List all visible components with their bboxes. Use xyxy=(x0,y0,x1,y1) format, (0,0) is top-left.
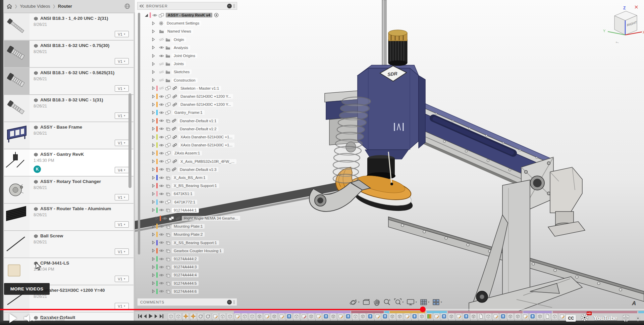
expand-arrow-icon[interactable] xyxy=(152,257,155,261)
timeline-feature-green-icon[interactable] xyxy=(426,313,432,319)
expand-arrow-icon[interactable] xyxy=(152,119,155,123)
timeline-feature-sketch-icon[interactable] xyxy=(492,313,499,319)
grid-caret-icon[interactable]: ▾ xyxy=(428,301,430,304)
tree-row-91274a444-3[interactable]: 91274A444:3 xyxy=(152,263,199,271)
tree-row-91274a444-4[interactable]: 91274A444:4 xyxy=(152,271,199,279)
visibility-eye-icon[interactable] xyxy=(159,192,164,196)
visibility-eye-icon[interactable] xyxy=(159,241,164,244)
timeline-feature-sketch-icon[interactable] xyxy=(212,313,218,319)
tree-row-x-bs-bearing-support-1[interactable]: X_BS_Bearing Support:1 xyxy=(152,182,219,189)
zoom-tool-button[interactable]: ± xyxy=(383,298,391,306)
player-gear-icon[interactable] xyxy=(635,315,641,322)
tree-row-skeleton-master-v1-1[interactable]: Skeleton - Master v1:1 xyxy=(152,85,221,92)
visibility-eye-icon[interactable] xyxy=(152,13,157,17)
tree-row-label[interactable]: Right Angle NEMA 34 Gearhe... xyxy=(182,216,240,221)
timeline-feature-body-icon[interactable] xyxy=(448,313,454,319)
tree-row-label[interactable]: 91274A444:5 xyxy=(172,281,199,286)
expand-arrow-icon[interactable] xyxy=(152,151,155,155)
timeline-feature-body-icon[interactable] xyxy=(507,313,514,319)
tree-row-danaher-default-v1-2[interactable]: Danaher-Default v1:2 xyxy=(152,125,218,133)
tree-row-label[interactable]: Origin xyxy=(172,37,186,42)
file-card[interactable]: ASSY - Rotary Tool Changer8/26/21V1▼ xyxy=(4,177,133,203)
settings-button[interactable]: HD xyxy=(581,314,589,323)
timeline-feature-blue-icon[interactable] xyxy=(463,313,469,319)
viewports-button[interactable]: ▾ xyxy=(432,298,442,306)
expand-arrow-icon[interactable] xyxy=(152,176,155,180)
tree-row-label[interactable]: Skeleton - Master v1:1 xyxy=(178,86,221,91)
timeline-feature-sketch-icon[interactable] xyxy=(234,313,240,319)
visibility-eye-icon[interactable] xyxy=(159,46,164,49)
data-panel-scrollbar[interactable] xyxy=(128,93,131,188)
visibility-eye-icon[interactable] xyxy=(159,273,164,277)
visibility-eye-icon[interactable] xyxy=(159,135,164,139)
tree-row-construction[interactable]: Construction xyxy=(152,77,198,84)
timeline-feature-blue-icon[interactable] xyxy=(323,313,329,319)
expand-arrow-icon[interactable] xyxy=(152,200,155,204)
timeline-feature-blue-icon[interactable] xyxy=(367,313,373,319)
tree-row-label[interactable]: 6471K51:1 xyxy=(172,191,195,196)
tree-row-right-angle-nema-34-gearhe[interactable]: Right Angle NEMA 34 Gearhe... xyxy=(155,215,240,222)
version-badge[interactable]: V1▼ xyxy=(115,58,129,64)
expand-arrow-icon[interactable] xyxy=(152,192,155,196)
tree-row-label[interactable]: Analysis xyxy=(172,45,190,50)
fullscreen-icon[interactable] xyxy=(622,314,630,322)
timeline-feature-blue-icon[interactable] xyxy=(382,313,388,319)
expand-arrow-icon[interactable] xyxy=(152,143,155,147)
timeline-feature-body-icon[interactable] xyxy=(389,313,395,319)
fit-tool-button[interactable]: ▾ xyxy=(394,298,404,306)
version-badge[interactable]: V1▼ xyxy=(115,194,129,200)
tree-row-analysis[interactable]: Analysis xyxy=(152,44,190,51)
expand-arrow-icon[interactable] xyxy=(152,86,155,90)
visibility-eye-icon[interactable] xyxy=(159,159,164,163)
tree-row-label[interactable]: X_Axis_PMBS32x10R_4FW_... xyxy=(178,159,236,164)
tree-row-label[interactable]: Joints xyxy=(172,61,186,66)
comments-grip-handle[interactable] xyxy=(233,300,235,304)
timeline-feature-cube-icon[interactable] xyxy=(227,313,233,319)
visibility-eye-icon[interactable] xyxy=(159,200,164,204)
timeline-feature-cube-icon[interactable] xyxy=(219,313,226,319)
timeline-feature-redsketch-icon[interactable] xyxy=(301,313,307,319)
tree-row-label[interactable]: Danaher-521H30C +1200 Y... xyxy=(178,102,233,107)
viewports-caret-icon[interactable]: ▾ xyxy=(441,301,442,304)
tree-row-gearbox-coupler-housing-1[interactable]: Gearbox Coupler Housing:1 xyxy=(152,247,224,254)
version-badge[interactable]: V1▼ xyxy=(115,31,129,37)
expand-arrow-icon[interactable] xyxy=(152,103,155,106)
tree-row-x-ss-bearing-support-1[interactable]: X_SS_Bearing Support:1 xyxy=(152,239,219,246)
tree-row-label[interactable]: ZAxis Assem:1 xyxy=(172,151,202,155)
skip-to-start-button[interactable] xyxy=(138,314,142,319)
tree-row-label[interactable]: 91274A444:1 xyxy=(172,208,199,213)
tree-row-label[interactable]: X_SS_Bearing Support:1 xyxy=(172,240,219,245)
file-card[interactable]: ASSY - Router Table - Aluminium8/26/21V1… xyxy=(4,204,133,230)
visibility-eye-icon[interactable] xyxy=(159,233,164,236)
panel-collapse-button[interactable]: − xyxy=(227,4,232,8)
visibility-eye-icon[interactable] xyxy=(159,249,164,252)
tree-row-danaher-default-v1-3[interactable]: Danaher-Default v1:3 xyxy=(152,166,218,173)
visibility-eye-icon[interactable] xyxy=(159,111,164,114)
tree-row-label[interactable]: Document Settings xyxy=(165,21,201,26)
expand-arrow-icon[interactable] xyxy=(152,159,155,163)
timeline-feature-cube-icon[interactable] xyxy=(352,313,359,319)
expand-arrow-icon[interactable] xyxy=(152,54,155,58)
tree-row-mounting-plate-2[interactable]: Mounting Plate:2 xyxy=(152,231,205,238)
tree-row-x-axis-pmbs32x10r-4fw[interactable]: X_Axis_PMBS32x10R_4FW_... xyxy=(152,158,236,165)
timeline-feature-sketch-icon[interactable] xyxy=(278,313,285,319)
tree-row-label[interactable]: Mounting Plate:2 xyxy=(172,232,205,237)
timeline-feature-body-icon[interactable] xyxy=(537,313,543,319)
timeline-feature-body-icon[interactable] xyxy=(360,313,366,319)
timeline-feature-sketch-icon[interactable] xyxy=(522,313,528,319)
expand-arrow-icon[interactable] xyxy=(155,217,158,220)
display-caret-icon[interactable]: ▾ xyxy=(416,301,417,304)
version-badge[interactable]: V1▼ xyxy=(115,112,129,119)
timeline-feature-cube-icon[interactable] xyxy=(485,313,491,319)
visibility-eye-icon[interactable] xyxy=(159,54,164,58)
visibility-eye-icon[interactable] xyxy=(159,151,164,155)
file-card[interactable]: CPM-3441-LS1:50:04 PMV1▼ xyxy=(4,258,133,285)
visibility-eye-icon[interactable] xyxy=(159,119,164,123)
timeline-feature-blue-icon[interactable] xyxy=(411,313,418,319)
video-progress-scrubber[interactable] xyxy=(420,307,426,312)
expand-arrow-icon[interactable] xyxy=(152,281,155,285)
expand-arrow-icon[interactable] xyxy=(152,30,155,33)
expand-arrow-icon[interactable] xyxy=(152,111,155,114)
visibility-eye-icon[interactable] xyxy=(159,265,164,269)
tree-row-zaxis-assem-1[interactable]: ZAxis Assem:1 xyxy=(152,149,202,157)
